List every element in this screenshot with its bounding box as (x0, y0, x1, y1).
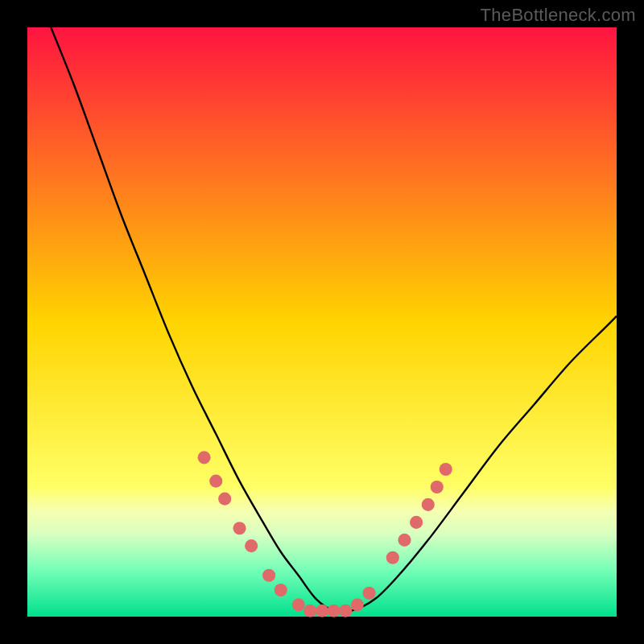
chart-svg (0, 0, 644, 644)
marker-point (363, 587, 376, 600)
marker-point (328, 605, 341, 617)
marker-point (410, 516, 423, 529)
marker-point (440, 463, 452, 476)
marker-point (233, 522, 246, 535)
marker-point (198, 451, 211, 464)
watermark-text: TheBottleneck.com (481, 5, 636, 26)
marker-point (275, 584, 287, 597)
marker-point (218, 493, 231, 506)
bottleneck-chart: TheBottleneck.com (0, 0, 644, 644)
marker-point (386, 551, 399, 564)
marker-point (292, 598, 305, 611)
marker-point (316, 605, 328, 617)
marker-point (339, 605, 352, 617)
marker-point (431, 481, 444, 493)
marker-point (209, 475, 222, 488)
marker-point (262, 569, 275, 582)
marker-point (351, 598, 364, 611)
marker-point (422, 498, 435, 511)
marker-point (245, 539, 258, 552)
marker-point (398, 534, 411, 547)
marker-point (303, 605, 316, 617)
chart-plot-bg (27, 27, 617, 617)
